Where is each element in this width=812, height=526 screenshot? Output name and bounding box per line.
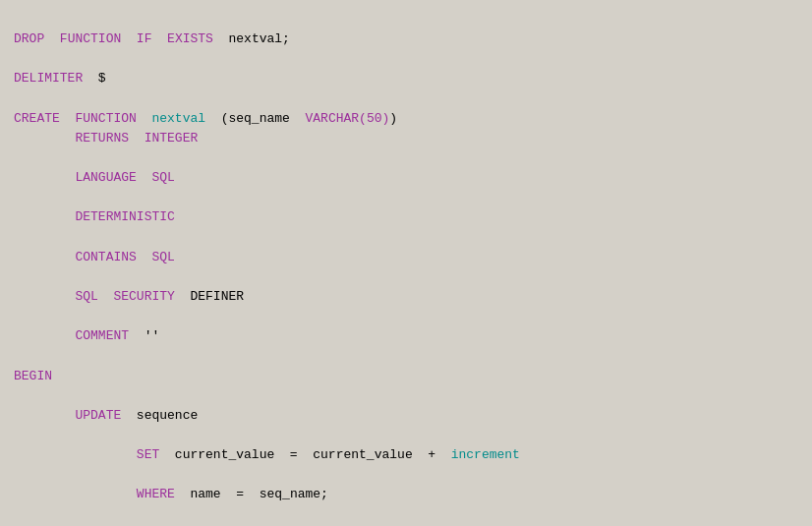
code-line: CREATE FUNCTION nextval (seq_name VARCHA…: [14, 109, 798, 129]
code-line: [14, 89, 798, 109]
code-line: [14, 148, 798, 168]
code-line: DROP FUNCTION IF EXISTS nextval;: [14, 29, 798, 49]
code-line: DELIMITER $: [14, 69, 798, 88]
code-line: [14, 426, 798, 445]
code-line: [14, 49, 798, 69]
code-line: SET current_value = current_value + incr…: [14, 445, 798, 465]
code-line: DETERMINISTIC: [14, 207, 798, 227]
code-line: [14, 346, 798, 366]
code-line: [14, 267, 798, 287]
code-line: WHERE name = seq_name;: [14, 485, 798, 504]
code-line: RETURNS INTEGER: [14, 129, 798, 148]
code-line: SQL SECURITY DEFINER: [14, 287, 798, 307]
code-line: COMMENT '': [14, 326, 798, 346]
code-line: [14, 228, 798, 248]
code-line: [14, 307, 798, 326]
code-line: UPDATE sequence: [14, 406, 798, 426]
code-line: LANGUAGE SQL: [14, 168, 798, 188]
code-line: [14, 188, 798, 207]
code-line: CONTAINS SQL: [14, 248, 798, 267]
code-line: [14, 505, 798, 525]
code-line: BEGIN: [14, 367, 798, 386]
code-line: [14, 465, 798, 485]
code-line: [14, 386, 798, 406]
code-editor: DROP FUNCTION IF EXISTS nextval; DELIMIT…: [0, 0, 812, 526]
